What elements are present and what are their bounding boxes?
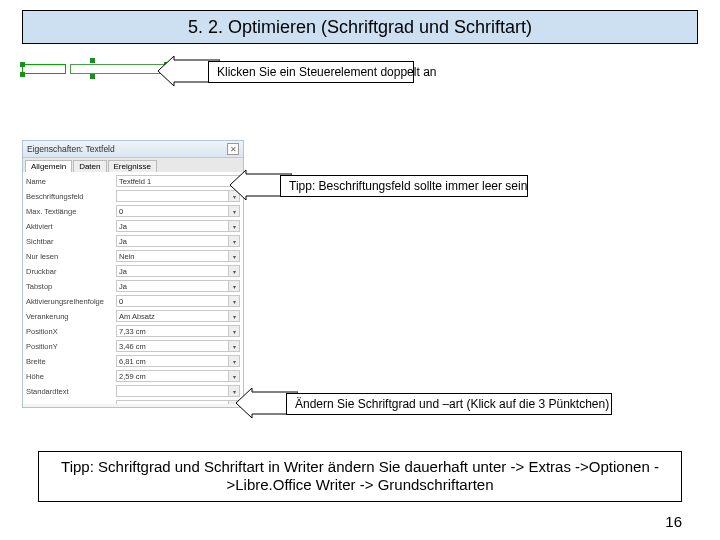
properties-tabs[interactable]: Allgemein Daten Ereignisse xyxy=(23,158,243,172)
dropdown-icon[interactable]: ▾ xyxy=(228,221,239,231)
property-row: Höhe2,59 cm▾ xyxy=(26,369,240,383)
callout-2-text: Tipp: Beschriftungsfeld sollte immer lee… xyxy=(289,179,527,193)
property-value[interactable]: Ja▾ xyxy=(116,280,240,292)
property-label: Höhe xyxy=(26,372,116,381)
callout-1-text: Klicken Sie ein Steuerelement doppelt an xyxy=(217,65,436,79)
dropdown-icon[interactable]: ▾ xyxy=(228,206,239,216)
property-label: Verankerung xyxy=(26,312,116,321)
property-row: Standardtext▾ xyxy=(26,384,240,398)
property-value[interactable]: Liberation Sans, Standard, 12▾ xyxy=(116,400,240,404)
property-row: AktiviertJa▾ xyxy=(26,219,240,233)
property-value[interactable]: 2,59 cm▾ xyxy=(116,370,240,382)
property-value[interactable]: Ja▾ xyxy=(116,235,240,247)
property-label: Name xyxy=(26,177,116,186)
property-value[interactable]: Ja▾ xyxy=(116,265,240,277)
property-row: SchriftLiberation Sans, Standard, 12▾ xyxy=(26,399,240,404)
property-value[interactable]: ▾ xyxy=(116,190,240,202)
dropdown-icon[interactable]: ▾ xyxy=(228,251,239,261)
property-label: Schrift xyxy=(26,402,116,405)
callout-2: Tipp: Beschriftungsfeld sollte immer lee… xyxy=(280,175,528,197)
property-label: Beschriftungsfeld xyxy=(26,192,116,201)
callout-1: Klicken Sie ein Steuerelement doppelt an xyxy=(208,61,414,83)
properties-window[interactable]: Eigenschaften: Textfeld ✕ Allgemein Date… xyxy=(22,140,244,408)
property-row: VerankerungAm Absatz▾ xyxy=(26,309,240,323)
property-row: NameTextfeld 1 xyxy=(26,174,240,188)
property-value[interactable]: 7,33 cm▾ xyxy=(116,325,240,337)
property-label: Aktiviert xyxy=(26,222,116,231)
property-value[interactable]: 0▾ xyxy=(116,295,240,307)
page-number: 16 xyxy=(665,513,682,530)
tab-data[interactable]: Daten xyxy=(73,160,106,172)
property-value[interactable]: 3,46 cm▾ xyxy=(116,340,240,352)
slide-title-bar: 5. 2. Optimieren (Schriftgrad und Schrif… xyxy=(22,10,698,44)
dropdown-icon[interactable]: ▾ xyxy=(228,266,239,276)
property-label: PositionY xyxy=(26,342,116,351)
callout-3-text: Ändern Sie Schriftgrad und –art (Klick a… xyxy=(295,397,609,411)
close-icon[interactable]: ✕ xyxy=(227,143,239,155)
dropdown-icon[interactable]: ▾ xyxy=(228,311,239,321)
property-row: DruckbarJa▾ xyxy=(26,264,240,278)
property-label: Druckbar xyxy=(26,267,116,276)
dropdown-icon[interactable]: ▾ xyxy=(228,341,239,351)
property-row: Max. Textlänge0▾ xyxy=(26,204,240,218)
property-value[interactable]: ▾ xyxy=(116,385,240,397)
property-row: TabstopJa▾ xyxy=(26,279,240,293)
property-row: Beschriftungsfeld▾ xyxy=(26,189,240,203)
tab-events[interactable]: Ereignisse xyxy=(108,160,157,172)
tip-box: Tipp: Schriftgrad und Schriftart in Writ… xyxy=(38,451,682,503)
property-row: Nur lesenNein▾ xyxy=(26,249,240,263)
properties-window-title: Eigenschaften: Textfeld xyxy=(27,144,115,154)
property-label: Aktivierungsreihenfolge xyxy=(26,297,116,306)
callout-3: Ändern Sie Schriftgrad und –art (Klick a… xyxy=(286,393,612,415)
property-label: Standardtext xyxy=(26,387,116,396)
slide-title: 5. 2. Optimieren (Schriftgrad und Schrif… xyxy=(188,17,532,38)
property-value[interactable]: Am Absatz▾ xyxy=(116,310,240,322)
property-row: PositionY3,46 cm▾ xyxy=(26,339,240,353)
property-label: Sichtbar xyxy=(26,237,116,246)
dropdown-icon[interactable]: ▾ xyxy=(228,281,239,291)
tab-general[interactable]: Allgemein xyxy=(25,160,72,172)
property-row: Aktivierungsreihenfolge0▾ xyxy=(26,294,240,308)
property-label: Breite xyxy=(26,357,116,366)
property-row: SichtbarJa▾ xyxy=(26,234,240,248)
property-row: PositionX7,33 cm▾ xyxy=(26,324,240,338)
property-value[interactable]: Ja▾ xyxy=(116,220,240,232)
properties-window-titlebar[interactable]: Eigenschaften: Textfeld ✕ xyxy=(23,141,243,158)
property-label: Tabstop xyxy=(26,282,116,291)
property-value[interactable]: 0▾ xyxy=(116,205,240,217)
property-label: Max. Textlänge xyxy=(26,207,116,216)
selected-form-control[interactable] xyxy=(22,60,172,88)
property-label: PositionX xyxy=(26,327,116,336)
property-row: Breite6,81 cm▾ xyxy=(26,354,240,368)
property-label: Nur lesen xyxy=(26,252,116,261)
property-value[interactable]: 6,81 cm▾ xyxy=(116,355,240,367)
dropdown-icon[interactable]: ▾ xyxy=(228,356,239,366)
dropdown-icon[interactable]: ▾ xyxy=(228,371,239,381)
properties-grid[interactable]: NameTextfeld 1Beschriftungsfeld▾Max. Tex… xyxy=(23,172,243,404)
dropdown-icon[interactable]: ▾ xyxy=(228,236,239,246)
property-value[interactable]: Nein▾ xyxy=(116,250,240,262)
property-value[interactable]: Textfeld 1 xyxy=(116,175,240,187)
dropdown-icon[interactable]: ▾ xyxy=(228,326,239,336)
tip-text: Tipp: Schriftgrad und Schriftart in Writ… xyxy=(61,458,659,494)
dropdown-icon[interactable]: ▾ xyxy=(228,296,239,306)
